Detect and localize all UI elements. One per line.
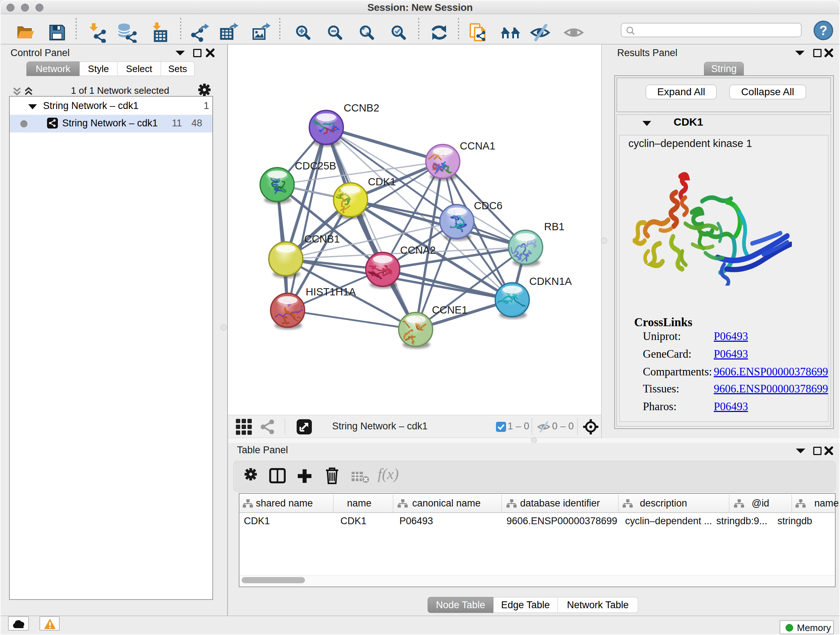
svg-text:CCNA2: CCNA2 — [400, 244, 436, 256]
svg-text:CCNB2: CCNB2 — [344, 102, 379, 114]
svg-text:CCNA1: CCNA1 — [460, 140, 495, 152]
svg-text:CDK1: CDK1 — [368, 176, 396, 187]
svg-text:CCNB1: CCNB1 — [304, 233, 340, 245]
svg-text:HIST1H1A: HIST1H1A — [306, 286, 356, 298]
svg-text:CDC25B: CDC25B — [295, 160, 336, 172]
svg-text:CDC6: CDC6 — [474, 200, 502, 211]
svg-text:CCNE1: CCNE1 — [432, 304, 467, 316]
svg-text:CDKN1A: CDKN1A — [529, 276, 572, 287]
svg-text:RB1: RB1 — [544, 221, 564, 233]
